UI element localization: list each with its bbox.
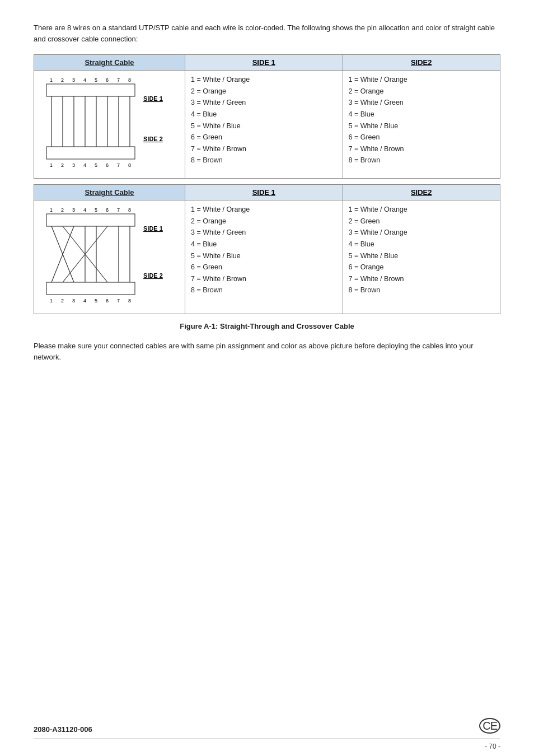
- svg-text:4: 4: [83, 298, 86, 304]
- crossover-cable-diagram: 1 2 3 4 5 6 7 8 SIDE 1: [40, 204, 168, 310]
- svg-text:3: 3: [72, 77, 75, 83]
- svg-text:7: 7: [117, 298, 120, 304]
- svg-text:5: 5: [95, 298, 97, 304]
- table1-col1-header: Straight Cable: [34, 55, 185, 71]
- intro-text: There are 8 wires on a standard UTP/STP …: [34, 22, 500, 44]
- table1-side1-list: 1 = White / Orange 2 = Orange 3 = White …: [191, 74, 337, 166]
- svg-text:5: 5: [95, 162, 97, 168]
- table1-col3-header: SIDE2: [343, 55, 500, 71]
- list-item: 5 = White / Blue: [191, 250, 337, 262]
- svg-text:2: 2: [61, 298, 64, 304]
- table2-side2-cell: 1 = White / Orange 2 = Green 3 = White /…: [343, 200, 500, 314]
- list-item: 8 = Brown: [191, 155, 337, 166]
- list-item: 6 = Green: [349, 132, 495, 143]
- svg-text:SIDE 1: SIDE 1: [143, 225, 163, 232]
- footer-model: 2080-A31120-006: [34, 725, 92, 734]
- svg-text:5: 5: [95, 207, 97, 213]
- list-item: 6 = Green: [191, 262, 337, 273]
- list-item: 3 = White / Green: [349, 97, 495, 109]
- svg-text:1: 1: [50, 77, 53, 83]
- svg-text:3: 3: [72, 298, 75, 304]
- svg-text:2: 2: [61, 162, 64, 168]
- svg-text:1: 1: [50, 298, 53, 304]
- list-item: 4 = Blue: [349, 109, 495, 120]
- svg-text:1: 1: [50, 162, 53, 168]
- table1-side1-cell: 1 = White / Orange 2 = Orange 3 = White …: [185, 71, 343, 179]
- table2-side1-list: 1 = White / Orange 2 = Orange 3 = White …: [191, 204, 337, 296]
- svg-text:4: 4: [83, 162, 86, 168]
- page-number: - 70 -: [485, 743, 500, 750]
- list-item: 6 = Orange: [349, 262, 495, 273]
- list-item: 7 = White / Brown: [191, 273, 337, 285]
- svg-text:SIDE 1: SIDE 1: [143, 95, 163, 102]
- svg-text:6: 6: [106, 207, 109, 213]
- svg-text:7: 7: [117, 162, 120, 168]
- list-item: 7 = White / Brown: [349, 273, 495, 285]
- list-item: 6 = Green: [191, 132, 337, 143]
- table2-col2-header: SIDE 1: [185, 185, 343, 200]
- table2-side1-cell: 1 = White / Orange 2 = Orange 3 = White …: [185, 200, 343, 314]
- svg-text:8: 8: [128, 207, 131, 213]
- svg-text:SIDE 2: SIDE 2: [143, 136, 163, 142]
- list-item: 1 = White / Orange: [349, 74, 495, 86]
- svg-text:6: 6: [106, 298, 109, 304]
- svg-rect-37: [46, 214, 135, 226]
- footer: 2080-A31120-006 CE: [34, 718, 500, 734]
- table2-col1-header: Straight Cable: [34, 185, 185, 200]
- list-item: 1 = White / Orange: [191, 204, 337, 216]
- svg-text:8: 8: [128, 298, 131, 304]
- svg-text:3: 3: [72, 162, 75, 168]
- list-item: 8 = Brown: [191, 284, 337, 296]
- table1-col2-header: SIDE 1: [185, 55, 343, 71]
- bottom-text: Please make sure your connected cables a…: [34, 340, 500, 362]
- straight-diagram-cell: 1 2 3 4 5 6 7 8 SIDE 1: [34, 71, 185, 179]
- svg-text:3: 3: [72, 207, 75, 213]
- svg-text:4: 4: [83, 207, 86, 213]
- table2-col3-header: SIDE2: [343, 185, 500, 200]
- svg-text:2: 2: [61, 77, 64, 83]
- svg-rect-19: [46, 147, 135, 159]
- list-item: 2 = Orange: [191, 86, 337, 97]
- svg-text:8: 8: [128, 162, 131, 168]
- list-item: 2 = Orange: [349, 86, 495, 97]
- figure-caption: Figure A-1: Straight-Through and Crossov…: [34, 322, 500, 330]
- list-item: 7 = White / Brown: [349, 143, 495, 155]
- list-item: 2 = Orange: [191, 216, 337, 227]
- list-item: 5 = White / Blue: [191, 120, 337, 132]
- table2-side2-list: 1 = White / Orange 2 = Green 3 = White /…: [349, 204, 495, 296]
- crossover-diagram-cell: 1 2 3 4 5 6 7 8 SIDE 1: [34, 200, 185, 314]
- svg-text:SIDE 2: SIDE 2: [143, 272, 163, 279]
- svg-text:6: 6: [106, 77, 109, 83]
- list-item: 5 = White / Blue: [349, 250, 495, 262]
- svg-text:7: 7: [117, 77, 120, 83]
- list-item: 8 = Brown: [349, 284, 495, 296]
- svg-text:7: 7: [117, 207, 120, 213]
- table1-side2-cell: 1 = White / Orange 2 = Orange 3 = White …: [343, 71, 500, 179]
- ce-mark: CE: [479, 718, 500, 734]
- straight-cable-diagram: 1 2 3 4 5 6 7 8 SIDE 1: [40, 74, 168, 175]
- list-item: 1 = White / Orange: [191, 74, 337, 86]
- list-item: 1 = White / Orange: [349, 204, 495, 216]
- table1-side2-list: 1 = White / Orange 2 = Orange 3 = White …: [349, 74, 495, 166]
- list-item: 3 = White / Orange: [349, 227, 495, 239]
- svg-text:1: 1: [50, 207, 53, 213]
- svg-text:4: 4: [83, 77, 86, 83]
- svg-text:5: 5: [95, 77, 97, 83]
- list-item: 5 = White / Blue: [349, 120, 495, 132]
- svg-rect-9: [46, 84, 135, 96]
- list-item: 2 = Green: [349, 216, 495, 227]
- footer-divider: [34, 739, 500, 739]
- svg-rect-47: [46, 282, 135, 295]
- list-item: 8 = Brown: [349, 155, 495, 166]
- svg-text:2: 2: [61, 207, 64, 213]
- list-item: 7 = White / Brown: [191, 143, 337, 155]
- list-item: 3 = White / Green: [191, 227, 337, 239]
- svg-text:6: 6: [106, 162, 109, 168]
- list-item: 4 = Blue: [191, 109, 337, 120]
- list-item: 4 = Blue: [191, 239, 337, 250]
- straight-cable-table: Straight Cable SIDE 1 SIDE2 1 2 3 4 5 6 …: [34, 54, 500, 179]
- list-item: 3 = White / Green: [191, 97, 337, 109]
- list-item: 4 = Blue: [349, 239, 495, 250]
- svg-text:8: 8: [128, 77, 131, 83]
- crossover-cable-table: Straight Cable SIDE 1 SIDE2 1 2 3 4 5 6 …: [34, 184, 500, 314]
